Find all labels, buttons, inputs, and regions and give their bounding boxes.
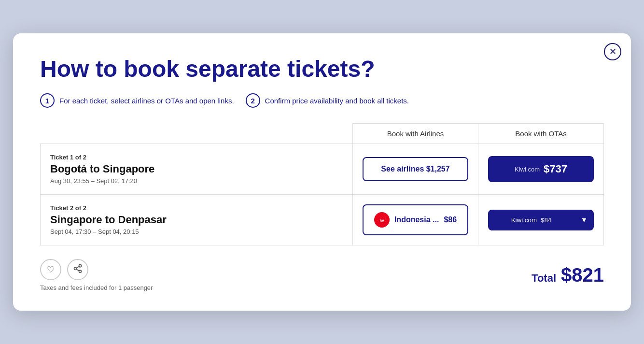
close-icon: ✕	[609, 47, 616, 56]
see-airlines-label-1: See airlines $1,257	[381, 165, 449, 173]
kiwi-price-2: $84	[541, 216, 551, 224]
col-otas-header: Book with OTAs	[478, 124, 604, 144]
kiwi-split-button-2: Kiwi.com $84 ▼	[488, 210, 594, 230]
kiwi-button-1[interactable]: Kiwi.com $737	[488, 156, 594, 182]
col-airlines-header: Book with Airlines	[353, 124, 478, 144]
modal-title: How to book separate tickets?	[40, 57, 604, 82]
booking-table: Book with Airlines Book with OTAs Ticket…	[40, 123, 604, 245]
kiwi-main-button-2[interactable]: Kiwi.com $84	[488, 210, 574, 230]
indonesia-airlines-button[interactable]: AA Indonesia ... $86	[363, 204, 468, 235]
modal-container: ✕ How to book separate tickets? 1 For ea…	[13, 33, 631, 311]
ticket-2-route: Singapore to Denpasar	[50, 214, 343, 226]
ticket-1-info: Ticket 1 of 2 Bogotá to Singapore Aug 30…	[41, 144, 353, 195]
total-label: Total	[532, 272, 556, 285]
taxes-note: Taxes and fees included for 1 passenger	[40, 284, 153, 291]
ticket-1-airlines-cell: See airlines $1,257	[353, 144, 478, 195]
step-2: 2 Confirm price availability and book al…	[246, 93, 409, 108]
share-icon	[73, 264, 83, 276]
ticket-1-route: Bogotá to Singapore	[50, 163, 343, 175]
step-2-number: 2	[246, 93, 260, 108]
kiwi-price-1: $737	[544, 163, 567, 175]
airasia-logo-icon: AA	[374, 212, 390, 228]
footer-icons: ♡	[40, 259, 153, 280]
svg-line-6	[76, 266, 79, 268]
footer-left: ♡ Taxes and fees included for 1 passenge…	[40, 259, 153, 291]
step-2-text: Confirm price availability and book all …	[265, 97, 409, 105]
step-1-text: For each ticket, select airlines or OTAs…	[59, 97, 234, 105]
table-row: Ticket 1 of 2 Bogotá to Singapore Aug 30…	[41, 144, 604, 195]
kiwi-label-2: Kiwi.com	[511, 216, 537, 224]
chevron-down-icon: ▼	[581, 216, 588, 224]
share-button[interactable]	[67, 259, 88, 280]
favorite-button[interactable]: ♡	[40, 259, 61, 280]
heart-icon: ♡	[47, 264, 55, 275]
kiwi-dropdown-button-2[interactable]: ▼	[574, 210, 594, 230]
svg-line-5	[76, 269, 79, 271]
total-price: $821	[561, 264, 604, 286]
table-row: Ticket 2 of 2 Singapore to Denpasar Sept…	[41, 195, 604, 245]
kiwi-label-1: Kiwi.com	[515, 166, 540, 173]
see-airlines-button-1[interactable]: See airlines $1,257	[363, 157, 468, 181]
step-1: 1 For each ticket, select airlines or OT…	[40, 93, 234, 108]
close-button[interactable]: ✕	[604, 43, 621, 60]
ticket-2-label: Ticket 2 of 2	[50, 204, 343, 212]
svg-text:AA: AA	[379, 219, 384, 222]
ticket-1-ota-cell: Kiwi.com $737	[478, 144, 604, 195]
ticket-2-airlines-cell: AA Indonesia ... $86	[353, 195, 478, 245]
ticket-1-label: Ticket 1 of 2	[50, 154, 343, 161]
backdrop: ✕ How to book separate tickets? 1 For ea…	[0, 0, 644, 344]
ticket-2-dates: Sept 04, 17:30 – Sept 04, 20:15	[50, 228, 343, 235]
ticket-2-ota-cell: Kiwi.com $84 ▼	[478, 195, 604, 245]
modal-footer: ♡ Taxes and fees included for 1 passenge…	[40, 257, 604, 291]
ticket-2-info: Ticket 2 of 2 Singapore to Denpasar Sept…	[41, 195, 353, 245]
step-1-number: 1	[40, 93, 55, 108]
ticket-1-dates: Aug 30, 23:55 – Sept 02, 17:20	[50, 177, 343, 185]
steps-container: 1 For each ticket, select airlines or OT…	[40, 93, 604, 108]
total-section: Total $821	[532, 264, 604, 286]
indonesia-price: $86	[444, 215, 457, 224]
indonesia-name: Indonesia ...	[394, 215, 439, 224]
